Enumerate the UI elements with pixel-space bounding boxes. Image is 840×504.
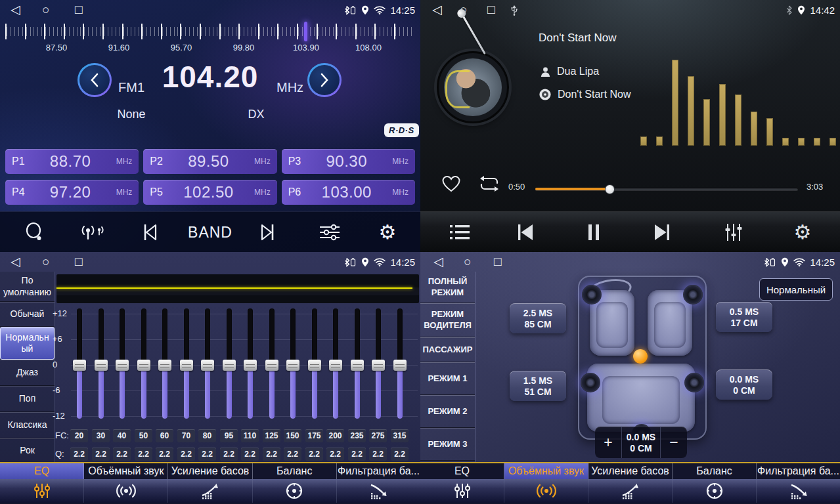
balance-tab-icon[interactable]	[253, 479, 337, 503]
eq-fc-value[interactable]: 95	[220, 429, 238, 442]
speaker-rear-left[interactable]	[581, 373, 600, 392]
tab-surround[interactable]: Объёмный звук	[84, 463, 168, 479]
filter-tab-icon[interactable]	[337, 479, 420, 503]
mode-3[interactable]: РЕЖИМ 3	[420, 428, 475, 461]
tab-eq[interactable]: EQ	[420, 463, 504, 479]
eq-fc-value[interactable]: 200	[326, 429, 344, 442]
nav-home-icon[interactable]: ○	[42, 254, 49, 270]
eq-fc-value[interactable]: 275	[369, 429, 387, 442]
eq-fc-value[interactable]: 50	[135, 429, 152, 442]
eq-band-slider-110[interactable]	[244, 308, 257, 424]
speaker-front-left[interactable]	[582, 285, 602, 304]
eq-q-value[interactable]: 2.2	[135, 448, 152, 461]
tab-balance[interactable]: Баланс	[673, 463, 757, 479]
eq-preset-rock[interactable]: Рок	[0, 438, 55, 463]
delay-front-right[interactable]: 0.5 MS 17 CM	[716, 302, 772, 332]
eq-preset-custom[interactable]: Обычай	[0, 302, 55, 327]
repeat-icon[interactable]	[478, 175, 500, 193]
nav-home-icon[interactable]: ○	[42, 2, 49, 18]
nav-home-icon[interactable]: ○	[464, 254, 471, 270]
nav-back-icon[interactable]: ◁	[433, 254, 443, 270]
slider-handle[interactable]	[180, 360, 193, 371]
slider-handle[interactable]	[308, 360, 321, 371]
bass-boost-tab-icon[interactable]	[588, 479, 673, 503]
eq-tab-icon[interactable]	[420, 479, 504, 503]
eq-q-value[interactable]: 2.2	[348, 448, 366, 461]
bass-boost-tab-icon[interactable]	[168, 479, 252, 503]
tab-bass-boost[interactable]: Усиление басов	[588, 463, 673, 479]
progress-thumb[interactable]	[605, 184, 615, 194]
eq-fc-value[interactable]: 60	[156, 429, 173, 442]
delay-rear-right[interactable]: 0.0 MS 0 CM	[716, 369, 772, 400]
mode-passenger[interactable]: ПАССАЖИР	[420, 337, 475, 362]
playlist-icon[interactable]	[441, 212, 478, 252]
nav-recents-icon[interactable]: □	[487, 2, 495, 18]
delay-increase-button[interactable]: +	[595, 427, 621, 458]
slider-handle[interactable]	[244, 360, 257, 371]
slider-handle[interactable]	[158, 360, 171, 371]
preset-p6[interactable]: P6 103.00 MHz	[282, 180, 415, 205]
tab-eq[interactable]: EQ	[0, 463, 84, 479]
eq-band-slider-50[interactable]	[137, 308, 150, 424]
eq-fc-value[interactable]: 235	[348, 429, 366, 442]
eq-band-slider-125[interactable]	[265, 308, 278, 424]
slider-handle[interactable]	[116, 360, 129, 371]
scan-icon[interactable]	[18, 212, 51, 252]
mode-1[interactable]: РЕЖИМ 1	[420, 362, 475, 395]
eq-q-value[interactable]: 2.2	[284, 448, 301, 461]
preset-p5[interactable]: P5 102.50 MHz	[143, 180, 276, 205]
previous-track-icon[interactable]	[507, 212, 544, 252]
preset-p1[interactable]: P1 88.70 MHz	[5, 149, 139, 174]
eq-q-value[interactable]: 2.2	[220, 448, 238, 461]
nav-recents-icon[interactable]: □	[494, 254, 501, 270]
delay-rear-left[interactable]: 1.5 MS 51 CM	[510, 371, 566, 401]
nav-recents-icon[interactable]: □	[75, 2, 82, 18]
mode-driver[interactable]: РЕЖИМ ВОДИТЕЛЯ	[420, 303, 475, 337]
tab-surround[interactable]: Объёмный звук	[504, 463, 588, 479]
tune-down-button[interactable]	[77, 63, 112, 97]
favorite-heart-icon[interactable]	[441, 175, 461, 192]
surround-tab-icon[interactable]	[84, 479, 168, 503]
eq-fc-value[interactable]: 315	[391, 429, 409, 442]
eq-preset-normal[interactable]: Нормальный	[0, 327, 55, 360]
slider-handle[interactable]	[329, 360, 342, 371]
preset-p4[interactable]: P4 97.20 MHz	[5, 180, 139, 205]
next-track-icon[interactable]	[644, 212, 680, 252]
eq-band-slider-80[interactable]	[201, 308, 214, 424]
slider-handle[interactable]	[286, 360, 299, 371]
equalizer-settings-icon[interactable]	[311, 212, 348, 252]
tab-balance[interactable]: Баланс	[253, 463, 337, 479]
eq-q-value[interactable]: 2.2	[326, 448, 344, 461]
eq-q-value[interactable]: 2.2	[305, 448, 323, 461]
settings-gear-icon[interactable]: ⚙	[369, 212, 406, 252]
tune-up-button[interactable]	[307, 63, 342, 97]
speaker-front-right[interactable]	[683, 285, 703, 304]
eq-fc-value[interactable]: 110	[241, 429, 259, 442]
slider-handle[interactable]	[137, 360, 150, 371]
eq-fc-value[interactable]: 40	[113, 429, 131, 442]
eq-preset-chip[interactable]: Нормальный	[759, 278, 833, 301]
eq-q-value[interactable]: 2.2	[391, 448, 409, 461]
listening-position-marker[interactable]	[633, 349, 648, 364]
slider-handle[interactable]	[95, 360, 108, 371]
eq-band-slider-150[interactable]	[286, 308, 299, 424]
eq-band-slider-40[interactable]	[116, 308, 129, 424]
eq-fc-value[interactable]: 80	[198, 429, 216, 442]
slider-handle[interactable]	[265, 360, 278, 371]
progress-bar[interactable]	[535, 188, 798, 190]
eq-q-value[interactable]: 2.2	[70, 448, 88, 461]
eq-band-slider-30[interactable]	[95, 308, 108, 424]
broadcast-icon[interactable]	[74, 212, 110, 252]
tab-bass-boost[interactable]: Усиление басов	[168, 463, 252, 479]
eq-band-slider-175[interactable]	[308, 308, 321, 424]
nav-back-icon[interactable]: ◁	[432, 2, 442, 18]
tab-filter[interactable]: Фильтрация ба...	[337, 463, 420, 479]
slider-handle[interactable]	[351, 360, 364, 371]
eq-band-slider-315[interactable]	[393, 308, 407, 424]
eq-q-value[interactable]: 2.2	[241, 448, 259, 461]
filter-tab-icon[interactable]	[757, 479, 840, 503]
eq-tab-icon[interactable]	[0, 479, 84, 503]
settings-gear-icon[interactable]: ⚙	[784, 212, 821, 252]
slider-handle[interactable]	[372, 360, 385, 371]
preset-p3[interactable]: P3 90.30 MHz	[282, 149, 415, 174]
